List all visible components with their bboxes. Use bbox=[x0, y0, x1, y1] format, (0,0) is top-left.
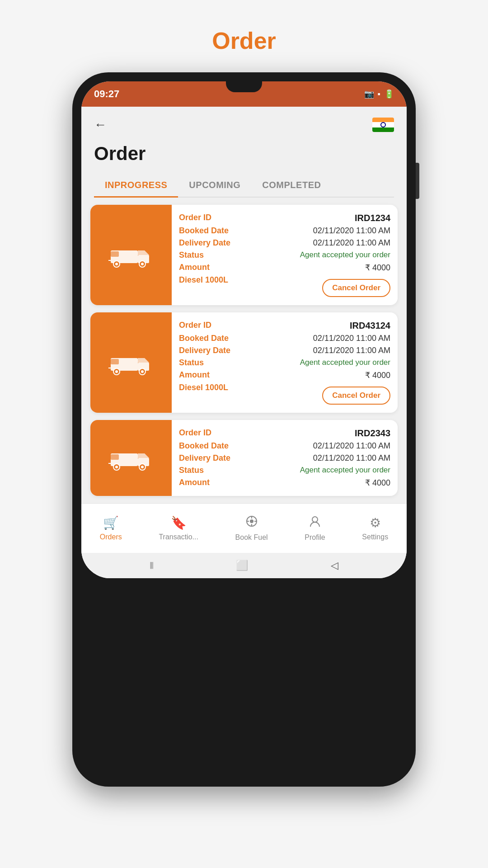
order-row-status-3: Status Agent accepted your order bbox=[179, 466, 390, 475]
order-row-delivery-3: Delivery Date 02/11/2020 11:00 AM bbox=[179, 453, 390, 463]
truck-icon-3 bbox=[108, 444, 154, 472]
fuel-label-2: Diesel 1000L bbox=[179, 383, 228, 392]
order-id-label-3: Order ID bbox=[179, 428, 211, 438]
cancel-order-btn-1[interactable]: Cancel Order bbox=[322, 279, 390, 297]
page-heading: Order bbox=[81, 139, 407, 165]
delivery-date-value-1: 02/11/2020 11:00 AM bbox=[313, 238, 390, 248]
delivery-date-label-2: Delivery Date bbox=[179, 346, 230, 355]
order-card-2-image bbox=[90, 312, 172, 413]
delivery-date-value-3: 02/11/2020 11:00 AM bbox=[313, 453, 390, 463]
order-row-delivery-2: Delivery Date 02/11/2020 11:00 AM bbox=[179, 346, 390, 355]
order-card-3: Order ID IRD2343 Booked Date 02/11/2020 … bbox=[90, 420, 398, 496]
order-id-value-1: IRD1234 bbox=[355, 213, 390, 223]
booked-date-label-3: Booked Date bbox=[179, 441, 229, 451]
svg-rect-16 bbox=[111, 359, 119, 364]
tab-completed[interactable]: COMPLETED bbox=[251, 174, 332, 197]
nav-profile[interactable]: Profile bbox=[305, 515, 325, 542]
tab-upcoming[interactable]: UPCOMING bbox=[178, 174, 251, 197]
status-value-3: Agent accepted your order bbox=[300, 466, 390, 475]
order-id-label-2: Order ID bbox=[179, 321, 211, 330]
flag-bot-stripe bbox=[372, 127, 394, 132]
order-row-status-2: Status Agent accepted your order bbox=[179, 358, 390, 368]
back-button[interactable]: ← bbox=[94, 118, 107, 132]
app-content: ← Order INPROGRESS UPCOMING COMPLET bbox=[81, 107, 407, 578]
order-card-1-details: Order ID IRD1234 Booked Date 02/11/2020 … bbox=[172, 205, 398, 305]
svg-point-33 bbox=[312, 517, 318, 522]
svg-rect-25 bbox=[111, 454, 119, 460]
order-row-fuel-1: Diesel 1000L Cancel Order bbox=[179, 275, 390, 297]
wifi-icon: 📷 bbox=[364, 89, 374, 99]
settings-nav-label: Settings bbox=[362, 533, 388, 541]
notch bbox=[226, 81, 262, 92]
svg-point-24 bbox=[141, 466, 144, 468]
flag-top-stripe bbox=[372, 118, 394, 122]
booked-date-label-1: Booked Date bbox=[179, 226, 229, 236]
order-row-status-1: Status Agent accepted your order bbox=[179, 250, 390, 260]
svg-point-15 bbox=[141, 370, 144, 373]
nav-book-fuel[interactable]: Book Fuel bbox=[235, 515, 268, 542]
flag-chakra bbox=[380, 122, 386, 127]
amount-value-3: ₹ 4000 bbox=[365, 478, 390, 488]
order-id-value-3: IRD2343 bbox=[355, 428, 390, 439]
order-row-fuel-2: Diesel 1000L Cancel Order bbox=[179, 383, 390, 405]
order-row-booked-1: Booked Date 02/11/2020 11:00 AM bbox=[179, 226, 390, 236]
android-home-btn[interactable]: ⬜ bbox=[236, 560, 248, 571]
booked-date-value-1: 02/11/2020 11:00 AM bbox=[313, 226, 390, 236]
order-row-id-3: Order ID IRD2343 bbox=[179, 428, 390, 439]
profile-nav-label: Profile bbox=[305, 533, 325, 542]
flag-icon bbox=[372, 118, 394, 132]
phone-frame: 09:27 📷 ▪ 🔋 ← bbox=[72, 72, 416, 787]
order-row-booked-3: Booked Date 02/11/2020 11:00 AM bbox=[179, 441, 390, 451]
orders-list: Order ID IRD1234 Booked Date 02/11/2020 … bbox=[81, 198, 407, 503]
nav-transactions[interactable]: 🔖 Transactio... bbox=[159, 515, 198, 541]
svg-marker-20 bbox=[138, 453, 149, 458]
delivery-date-label-3: Delivery Date bbox=[179, 453, 230, 463]
flag-mid-stripe bbox=[372, 122, 394, 127]
side-button bbox=[416, 163, 419, 199]
signal-icon: ▪ bbox=[378, 90, 380, 99]
status-icons: 📷 ▪ 🔋 bbox=[364, 89, 394, 99]
order-id-label-1: Order ID bbox=[179, 213, 211, 222]
fuel-label-1: Diesel 1000L bbox=[179, 275, 228, 285]
status-label-2: Status bbox=[179, 358, 204, 368]
book-fuel-icon bbox=[245, 515, 258, 531]
transactions-icon: 🔖 bbox=[171, 515, 187, 530]
nav-settings[interactable]: ⚙ Settings bbox=[362, 515, 388, 541]
order-row-amount-2: Amount ₹ 4000 bbox=[179, 370, 390, 380]
booked-date-value-2: 02/11/2020 11:00 AM bbox=[313, 334, 390, 343]
book-fuel-nav-label: Book Fuel bbox=[235, 533, 268, 542]
amount-label-2: Amount bbox=[179, 370, 210, 380]
transactions-nav-label: Transactio... bbox=[159, 533, 198, 541]
order-row-id-1: Order ID IRD1234 bbox=[179, 213, 390, 223]
profile-icon bbox=[309, 515, 321, 531]
phone-screen: 09:27 📷 ▪ 🔋 ← bbox=[81, 81, 407, 578]
order-card-1-image bbox=[90, 205, 172, 305]
order-card-3-details: Order ID IRD2343 Booked Date 02/11/2020 … bbox=[172, 420, 398, 496]
truck-icon-2 bbox=[108, 349, 154, 376]
svg-marker-11 bbox=[138, 358, 149, 363]
order-id-value-2: IRD43124 bbox=[350, 321, 390, 331]
delivery-date-value-2: 02/11/2020 11:00 AM bbox=[313, 346, 390, 355]
top-nav: ← bbox=[81, 107, 407, 139]
android-recents-btn[interactable]: ◁ bbox=[331, 560, 338, 571]
order-card-1: Order ID IRD1234 Booked Date 02/11/2020 … bbox=[90, 205, 398, 305]
svg-rect-7 bbox=[111, 251, 119, 257]
amount-value-1: ₹ 4000 bbox=[365, 263, 390, 273]
svg-marker-2 bbox=[138, 250, 149, 255]
svg-point-28 bbox=[250, 519, 253, 523]
svg-point-22 bbox=[115, 466, 118, 468]
order-row-id-2: Order ID IRD43124 bbox=[179, 321, 390, 331]
svg-point-13 bbox=[115, 370, 118, 373]
delivery-date-label-1: Delivery Date bbox=[179, 238, 230, 248]
tab-inprogress[interactable]: INPROGRESS bbox=[94, 174, 178, 197]
nav-orders[interactable]: 🛒 Orders bbox=[100, 515, 122, 541]
amount-label-1: Amount bbox=[179, 263, 210, 272]
battery-icon: 🔋 bbox=[384, 89, 394, 99]
order-row-amount-1: Amount ₹ 4000 bbox=[179, 263, 390, 273]
order-card-3-image bbox=[90, 420, 172, 496]
android-back-btn[interactable]: ⦀ bbox=[150, 560, 154, 571]
cancel-order-btn-2[interactable]: Cancel Order bbox=[322, 387, 390, 405]
status-value-2: Agent accepted your order bbox=[300, 358, 390, 367]
status-label-3: Status bbox=[179, 466, 204, 475]
amount-value-2: ₹ 4000 bbox=[365, 370, 390, 380]
